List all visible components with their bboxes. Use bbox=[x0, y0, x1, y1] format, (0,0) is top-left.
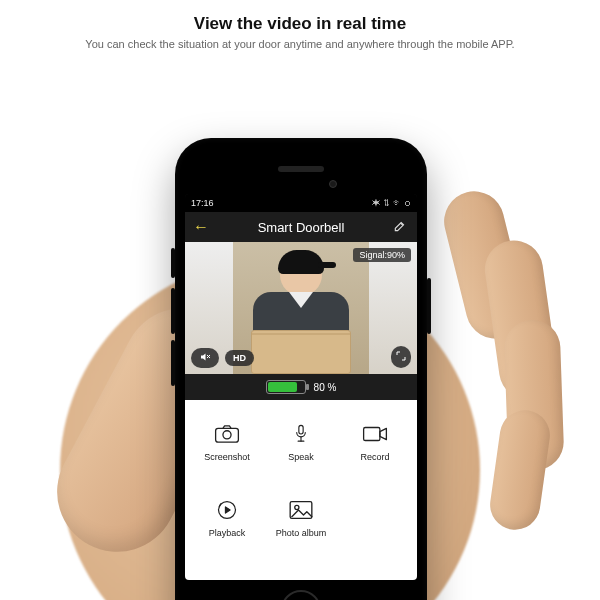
back-icon[interactable]: ← bbox=[193, 219, 209, 235]
promo-title: View the video in real time bbox=[0, 0, 600, 34]
speak-button[interactable]: Speak bbox=[267, 408, 335, 478]
status-time: 17:16 bbox=[191, 198, 214, 208]
tile-label: Playback bbox=[209, 528, 246, 538]
signal-badge: Signal:90% bbox=[353, 248, 411, 262]
page-title: Smart Doorbell bbox=[258, 220, 345, 235]
tile-label: Record bbox=[360, 452, 389, 462]
svg-rect-4 bbox=[299, 425, 303, 434]
status-bar: 17:16 ✶ ⇅ ᯤ ▢ bbox=[185, 194, 417, 212]
camera-icon bbox=[214, 424, 240, 446]
tile-label: Speak bbox=[288, 452, 314, 462]
title-bar: ← Smart Doorbell bbox=[185, 212, 417, 242]
fullscreen-button[interactable] bbox=[391, 346, 411, 368]
battery-row: 80 % bbox=[185, 374, 417, 400]
mute-button[interactable] bbox=[191, 348, 219, 368]
playback-button[interactable]: Playback bbox=[193, 484, 261, 554]
video-icon bbox=[362, 424, 388, 446]
expand-icon bbox=[395, 354, 407, 364]
record-button[interactable]: Record bbox=[341, 408, 409, 478]
action-grid: Screenshot Speak Record Playback Photo a… bbox=[185, 400, 417, 580]
speaker-muted-icon bbox=[199, 351, 211, 365]
battery-percent: 80 % bbox=[314, 382, 337, 393]
delivery-person bbox=[241, 254, 361, 374]
svg-rect-7 bbox=[364, 428, 380, 441]
promo-subtitle: You can check the situation at your door… bbox=[0, 34, 600, 50]
hand-holding-phone: 17:16 ✶ ⇅ ᯤ ▢ ← Smart Doorbell Signal:90… bbox=[0, 60, 600, 600]
svg-point-3 bbox=[223, 431, 231, 439]
svg-point-10 bbox=[295, 505, 299, 509]
edit-icon[interactable] bbox=[393, 219, 407, 236]
live-video[interactable]: Signal:90% HD bbox=[185, 242, 417, 374]
microphone-icon bbox=[288, 424, 314, 446]
tile-label: Screenshot bbox=[204, 452, 250, 462]
hd-badge[interactable]: HD bbox=[225, 350, 254, 366]
tile-label: Photo album bbox=[276, 528, 327, 538]
phone-frame: 17:16 ✶ ⇅ ᯤ ▢ ← Smart Doorbell Signal:90… bbox=[175, 138, 427, 600]
screenshot-button[interactable]: Screenshot bbox=[193, 408, 261, 478]
photo-album-button[interactable]: Photo album bbox=[267, 484, 335, 554]
status-icons: ✶ ⇅ ᯤ ▢ bbox=[372, 198, 411, 208]
home-button[interactable] bbox=[281, 590, 321, 600]
playback-icon bbox=[214, 500, 240, 522]
battery-icon bbox=[266, 380, 306, 394]
image-icon bbox=[288, 500, 314, 522]
app-screen: 17:16 ✶ ⇅ ᯤ ▢ ← Smart Doorbell Signal:90… bbox=[185, 194, 417, 580]
